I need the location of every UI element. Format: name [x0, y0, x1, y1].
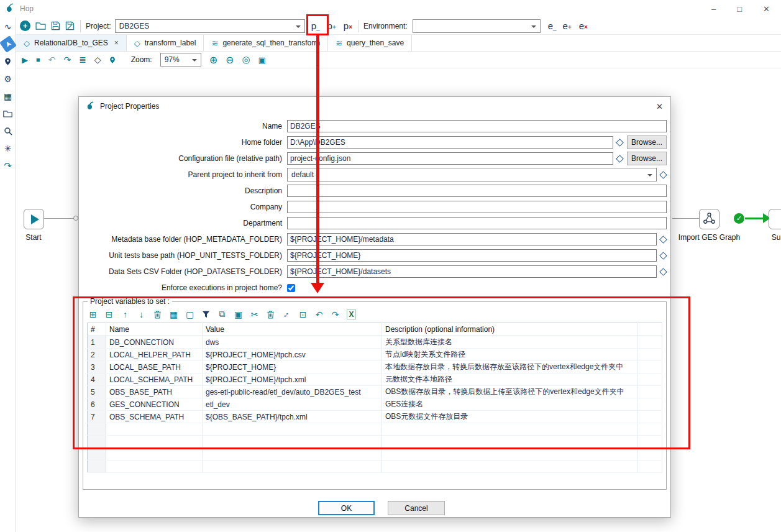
run-icon[interactable]: ▶ [22, 55, 28, 65]
tab-relationaldb-to-ges[interactable]: ◇ RelationalDB_to_GES × [16, 35, 127, 51]
workflow-icon: ◇ [24, 39, 30, 48]
perspective-sidebar: ∿ ➤ ⚙ ▦ ✳ ↷ [0, 17, 16, 532]
zoom-value: 97% [165, 55, 180, 64]
config-file-browse-button[interactable]: Browse... [627, 152, 667, 165]
search-icon[interactable] [2, 125, 14, 137]
titlebar: Hop – □ ✕ [0, 0, 781, 17]
hop-wave-icon[interactable]: ∿ [2, 21, 14, 33]
save-as-icon[interactable] [65, 21, 75, 30]
diamond-icon[interactable]: ◇ [94, 55, 101, 65]
zoom-combo[interactable]: 97% [160, 53, 201, 66]
enforce-label: Enforce executions in project home? [79, 283, 287, 292]
edit-environment-button[interactable]: e_ [548, 22, 557, 30]
annotation-arrow-shaft [316, 35, 319, 283]
home-folder-label: Home folder [79, 138, 287, 147]
zoom-out-icon[interactable]: ⊖ [226, 54, 234, 66]
align-icon[interactable]: ≣ [79, 55, 86, 65]
config-file-input[interactable] [287, 152, 613, 165]
folder-icon[interactable] [2, 108, 14, 120]
zoom-fit-icon[interactable]: ▣ [258, 55, 266, 65]
add-environment-button[interactable]: e+ [563, 22, 572, 30]
delete-environment-button[interactable]: e× [579, 22, 588, 30]
variable-icon[interactable] [659, 171, 667, 179]
tab-label: query_then_save [347, 39, 404, 47]
dialog-fields: Name Home folder Browse... Configuration… [79, 118, 670, 296]
star-icon[interactable]: ✳ [2, 142, 14, 155]
data-orchestration-cursor-icon[interactable]: ➤ [0, 35, 16, 53]
unit-tests-field-row: Unit tests base path (HOP_UNIT_TESTS_FOL… [79, 247, 670, 264]
dialog-title: Project Properties [100, 102, 159, 111]
zoom-100-icon[interactable]: ◎ [242, 54, 250, 65]
partial-node[interactable] [769, 209, 781, 229]
start-node[interactable] [24, 209, 44, 229]
department-input[interactable] [287, 217, 667, 229]
tab-label: generate_sql_then_transform [222, 39, 320, 47]
main-toolbar: + Project: DB2GES p_ p+ p× Environment: … [16, 17, 781, 35]
toolbar-separator [358, 20, 359, 32]
dialog-titlebar: Project Properties ✕ [79, 97, 670, 116]
metadata-folder-input[interactable] [287, 233, 657, 245]
neo4j-icon[interactable]: ↷ [2, 160, 14, 172]
stop-icon[interactable]: ■ [36, 56, 40, 63]
toolbar-separator [80, 20, 81, 32]
description-input[interactable] [287, 185, 667, 197]
cancel-button[interactable]: Cancel [388, 501, 445, 515]
metadata-folder-field-row: Metadata base folder (HOP_METADATA_FOLDE… [79, 231, 670, 247]
maximize-icon[interactable]: □ [737, 4, 742, 14]
zoom-in-icon[interactable]: ⊕ [209, 54, 217, 66]
variable-icon[interactable] [615, 155, 623, 163]
workflow-icon: ◇ [134, 39, 140, 48]
unit-tests-label: Unit tests base path (HOP_UNIT_TESTS_FOL… [79, 251, 287, 260]
variable-icon[interactable] [659, 268, 667, 276]
empty-row[interactable] [88, 448, 662, 461]
parent-project-value: default [291, 170, 314, 179]
description-field-row: Description [79, 183, 670, 199]
ok-button[interactable]: OK [318, 501, 375, 515]
enforce-checkbox[interactable] [287, 284, 295, 292]
gear-icon[interactable]: ⚙ [2, 73, 14, 85]
pipeline-icon: ≋ [336, 39, 342, 48]
project-combo[interactable]: DB2GES [115, 19, 305, 33]
home-folder-browse-button[interactable]: Browse... [627, 135, 667, 149]
company-field-row: Company [79, 199, 670, 215]
annotation-rect-variables [73, 296, 690, 449]
environment-combo[interactable] [413, 19, 541, 33]
pin-icon[interactable] [2, 55, 14, 68]
datasets-folder-label: Data Sets CSV Folder (HOP_DATASETS_FOLDE… [79, 267, 287, 276]
variable-icon[interactable] [659, 252, 667, 260]
save-icon[interactable] [51, 21, 60, 30]
tab-query-then-save[interactable]: ≋ query_then_save [328, 35, 412, 51]
tab-close-icon[interactable]: × [114, 39, 119, 47]
delete-project-button[interactable]: p× [344, 22, 352, 30]
tab-transform-label[interactable]: ◇ transform_label [127, 35, 204, 51]
open-icon[interactable] [35, 22, 46, 30]
company-input[interactable] [287, 201, 667, 213]
project-combo-value: DB2GES [119, 22, 150, 30]
variable-icon[interactable] [659, 236, 667, 244]
tab-generate-sql-then-transform[interactable]: ≋ generate_sql_then_transform [204, 35, 328, 51]
unit-tests-input[interactable] [287, 249, 657, 262]
start-play-icon [31, 214, 39, 224]
pin-icon[interactable] [109, 56, 116, 64]
name-input[interactable] [287, 120, 667, 132]
minimize-icon[interactable]: – [711, 4, 716, 14]
hop-logo-icon [6, 3, 15, 14]
dialog-close-icon[interactable]: ✕ [656, 102, 663, 111]
config-file-field-row: Configuration file (relative path) Brows… [79, 150, 670, 167]
empty-row[interactable] [88, 461, 662, 473]
variable-icon[interactable] [615, 139, 623, 147]
datasets-folder-input[interactable] [287, 265, 657, 278]
department-field-row: Department [79, 215, 670, 231]
parent-project-combo[interactable]: default [287, 168, 657, 181]
close-icon[interactable]: ✕ [763, 4, 770, 14]
redo-icon[interactable]: ↷ [63, 55, 71, 65]
home-folder-field-row: Home folder Browse... [79, 134, 670, 150]
project-label: Project: [86, 22, 111, 30]
grid-icon[interactable]: ▦ [2, 90, 14, 103]
new-icon[interactable]: + [20, 21, 30, 31]
partial-node-label: Su [764, 233, 781, 242]
undo-icon[interactable]: ↶ [48, 55, 56, 65]
home-folder-input[interactable] [287, 136, 613, 149]
annotation-rect-project-button [306, 14, 329, 35]
import-ges-graph-node[interactable] [699, 209, 719, 229]
